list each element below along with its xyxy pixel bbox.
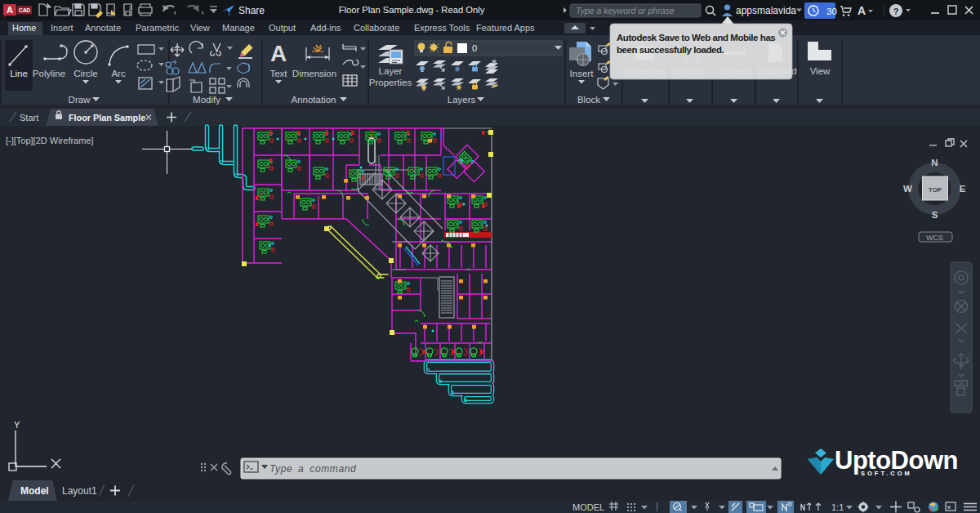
svg-text:Type a command: Type a command xyxy=(270,463,356,475)
svg-text:1:1: 1:1 xyxy=(831,502,844,512)
svg-text:E: E xyxy=(960,184,966,194)
svg-text:Autodesk Save to Web and Mobil: Autodesk Save to Web and Mobile has xyxy=(617,33,775,42)
svg-text:Model: Model xyxy=(20,485,49,497)
svg-text:SOFT.COM: SOFT.COM xyxy=(861,470,912,477)
svg-text:N: N xyxy=(931,158,938,167)
svg-text:W: W xyxy=(903,184,912,194)
svg-text:MODEL: MODEL xyxy=(572,502,604,512)
svg-text:been successfully loaded.: been successfully loaded. xyxy=(617,45,724,55)
svg-text:S: S xyxy=(932,210,938,220)
svg-text:Y: Y xyxy=(14,420,20,430)
svg-text:Layout1: Layout1 xyxy=(62,485,97,497)
svg-text:WCS: WCS xyxy=(926,234,943,242)
svg-text:TOP: TOP xyxy=(929,186,942,194)
